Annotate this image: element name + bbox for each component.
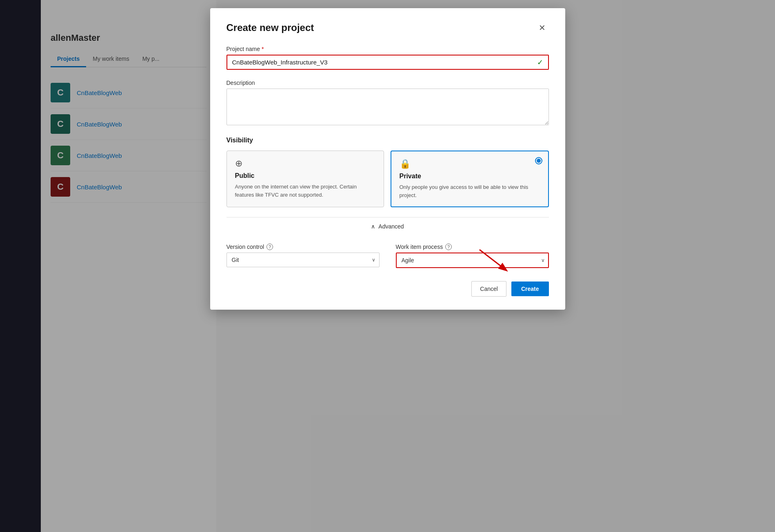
visibility-section: Visibility ⊕ Public Anyone on the intern…: [227, 137, 549, 207]
advanced-toggle[interactable]: ∧ Advanced: [227, 217, 549, 235]
cancel-button[interactable]: Cancel: [471, 281, 506, 297]
version-control-field: Version control ? Git TFVC ∨: [227, 244, 380, 268]
description-textarea[interactable]: [227, 89, 549, 125]
public-title: Public: [235, 172, 375, 180]
radio-inner: [537, 159, 541, 163]
visibility-public[interactable]: ⊕ Public Anyone on the internet can view…: [227, 151, 384, 207]
project-name-field: Project name * ✓: [227, 46, 549, 70]
private-desc: Only people you give access to will be a…: [400, 183, 540, 199]
visibility-options: ⊕ Public Anyone on the internet can view…: [227, 151, 549, 207]
modal-header: Create new project ✕: [227, 21, 549, 34]
create-button[interactable]: Create: [511, 282, 549, 296]
required-star: *: [262, 46, 264, 52]
work-item-process-select-wrapper: Agile Scrum CMMI Basic ∨: [396, 253, 549, 268]
modal-footer: Cancel Create: [227, 278, 549, 297]
work-item-process-field: Work item process ? Agile Scrum CMMI Bas…: [396, 244, 549, 268]
lock-icon: 🔒: [400, 159, 540, 169]
version-control-select-wrapper: Git TFVC ∨: [227, 253, 380, 267]
visibility-private[interactable]: 🔒 Private Only people you give access to…: [391, 151, 549, 207]
work-item-process-help-icon[interactable]: ?: [445, 244, 452, 250]
project-name-label: Project name *: [227, 46, 549, 52]
description-field: Description: [227, 80, 549, 127]
red-arrow-indicator: [475, 248, 512, 274]
work-item-process-label: Work item process ?: [396, 244, 549, 250]
version-control-help-icon[interactable]: ?: [266, 244, 273, 250]
version-control-select[interactable]: Git TFVC: [227, 253, 380, 267]
check-icon: ✓: [532, 58, 548, 67]
modal-overlay: Create new project ✕ Project name * ✓ De…: [0, 0, 775, 532]
create-project-modal: Create new project ✕ Project name * ✓ De…: [210, 8, 565, 310]
chevron-up-icon: ∧: [371, 223, 375, 230]
project-name-input[interactable]: [227, 55, 532, 69]
modal-title: Create new project: [227, 22, 314, 33]
private-title: Private: [400, 173, 540, 180]
advanced-label: Advanced: [378, 223, 404, 230]
visibility-title: Visibility: [227, 137, 549, 144]
work-item-process-select[interactable]: Agile Scrum CMMI Basic: [396, 253, 549, 268]
project-name-input-wrapper: ✓: [227, 55, 549, 70]
close-button[interactable]: ✕: [536, 21, 549, 34]
globe-icon: ⊕: [235, 158, 375, 169]
svg-line-1: [480, 250, 506, 270]
public-desc: Anyone on the internet can view the proj…: [235, 183, 375, 199]
description-label: Description: [227, 80, 549, 86]
radio-selected: [535, 157, 542, 164]
version-control-label: Version control ?: [227, 244, 380, 250]
